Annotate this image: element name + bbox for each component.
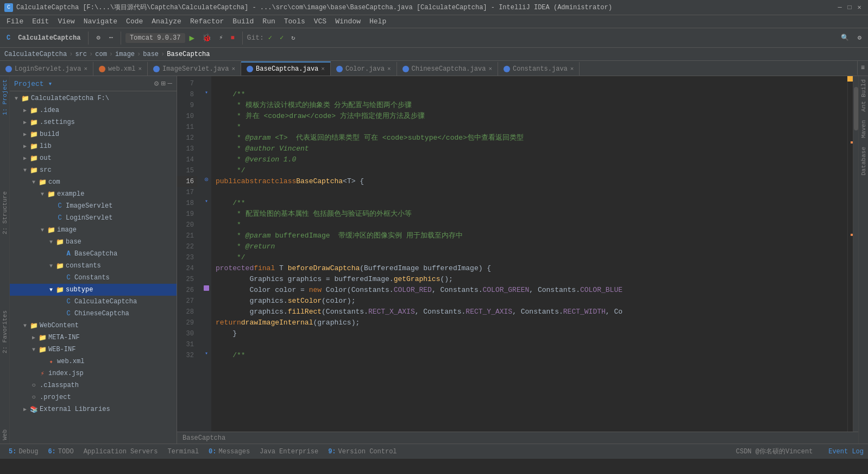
tab-basecaptcha[interactable]: BaseCaptcha.java ×: [241, 61, 331, 76]
gutter-fold-32[interactable]: ▾: [202, 348, 211, 359]
panel-settings-btn[interactable]: ⊞: [161, 79, 165, 88]
menu-build[interactable]: Build: [228, 16, 258, 27]
breadcrumb-item-com[interactable]: com: [95, 51, 107, 58]
tree-arrow-idea[interactable]: [21, 106, 29, 115]
tab-loginservlet[interactable]: LoginServlet.java ×: [0, 61, 93, 76]
menu-help[interactable]: Help: [365, 16, 391, 27]
tree-item-constants[interactable]: C Constants: [10, 272, 177, 284]
sidebar-tab-project[interactable]: 1: Project: [1, 76, 9, 118]
git-refresh[interactable]: ↻: [288, 32, 298, 43]
tree-arrow-web-inf[interactable]: [29, 345, 38, 354]
tree-item-example[interactable]: 📁 example: [10, 188, 177, 200]
close-button[interactable]: ✕: [855, 3, 864, 12]
tree-arrow-image[interactable]: [38, 226, 47, 234]
side-tab-ant-build[interactable]: Ant Build: [859, 76, 868, 115]
tree-item-indexjsp[interactable]: ⚡ index.jsp: [10, 367, 177, 379]
tab-close-imageservlet[interactable]: ×: [231, 66, 235, 72]
tree-item-base[interactable]: 📁 base: [10, 236, 177, 248]
tree-item-classpath[interactable]: ○ .classpath: [10, 379, 177, 391]
toolbar-tomcat-label[interactable]: Tomcat 9.0.37: [125, 33, 185, 43]
sidebar-tab-structure[interactable]: 2: Structure: [1, 188, 9, 238]
git-checkmark-1[interactable]: ✓: [265, 32, 275, 43]
menu-refactor[interactable]: Refactor: [186, 16, 228, 27]
bottom-tab-versioncontrol[interactable]: 9: Version Control: [324, 447, 401, 457]
tree-arrow-webcontent[interactable]: [21, 321, 29, 330]
tree-arrow-out[interactable]: [21, 154, 29, 163]
sidebar-tab-favorites[interactable]: 2: Favorites: [1, 307, 9, 357]
tab-close-colorjava[interactable]: ×: [387, 66, 391, 72]
run-button[interactable]: ▶: [186, 31, 198, 45]
tree-item-web-inf[interactable]: 📁 WEB-INF: [10, 344, 177, 356]
tree-item-calculatecaptcha[interactable]: C CalculateCaptcha: [10, 296, 177, 308]
tree-item-webcontent[interactable]: 📁 WebContent: [10, 320, 177, 332]
tree-item-lib[interactable]: 📁 lib: [10, 140, 177, 152]
bottom-tab-debug[interactable]: 5: Debug: [4, 447, 42, 457]
maximize-button[interactable]: □: [845, 3, 854, 12]
sidebar-tab-web[interactable]: Web: [1, 426, 9, 444]
tree-arrow-subtype[interactable]: [47, 285, 55, 294]
menu-run[interactable]: Run: [258, 16, 279, 27]
menu-window[interactable]: Window: [331, 16, 365, 27]
tree-arrow-lib[interactable]: [21, 142, 29, 151]
side-tab-database[interactable]: Database: [859, 144, 868, 179]
tree-item-com[interactable]: 📁 com: [10, 176, 177, 188]
editor-scrollbar-thumb[interactable]: [854, 87, 858, 130]
editor-scrollbar[interactable]: [853, 76, 858, 432]
tree-item-loginservlet[interactable]: C LoginServlet: [10, 212, 177, 224]
panel-collapse-btn[interactable]: —: [168, 79, 172, 88]
tree-item-chinesecaptcha[interactable]: C ChineseCaptcha: [10, 308, 177, 320]
breadcrumb-item-file[interactable]: BaseCaptcha: [167, 51, 210, 58]
breadcrumb-item-base[interactable]: base: [143, 51, 159, 58]
bottom-tab-appservers[interactable]: Application Servers: [79, 447, 162, 457]
toolbar-search-btn[interactable]: 🔍: [838, 32, 852, 43]
tree-arrow-src[interactable]: [21, 166, 29, 174]
tree-item-basecaptcha[interactable]: A BaseCaptcha: [10, 248, 177, 260]
tree-item-image[interactable]: 📁 image: [10, 224, 177, 236]
tree-item-subtype[interactable]: 📁 subtype: [10, 284, 177, 296]
gutter-fold-8[interactable]: ▾: [202, 87, 211, 98]
toolbar-settings-btn[interactable]: ⚙: [93, 32, 103, 43]
bottom-tab-terminal[interactable]: Terminal: [163, 447, 203, 457]
tree-arrow-base[interactable]: [47, 238, 55, 246]
menu-edit[interactable]: Edit: [28, 16, 53, 27]
menu-vcs[interactable]: VCS: [310, 16, 331, 27]
tab-close-constants[interactable]: ×: [570, 66, 574, 72]
panel-gear-btn[interactable]: ⚙: [154, 79, 159, 88]
tab-constants[interactable]: Constants.java ×: [498, 61, 580, 76]
gutter-16[interactable]: ⊙: [202, 174, 211, 185]
debug-button[interactable]: 🐞: [199, 32, 215, 44]
gutter-fold-18[interactable]: ▾: [202, 196, 211, 207]
tree-item-build[interactable]: 📁 build: [10, 128, 177, 140]
tree-item-root[interactable]: 📁 CalculateCaptcha F:\: [10, 92, 177, 104]
code-editor[interactable]: /** * 模板方法设计模式的抽象类 分为配置与绘图两个步骤 * 并在 <cod…: [211, 76, 847, 432]
tree-arrow-example[interactable]: [38, 190, 47, 198]
tree-arrow-root[interactable]: [12, 94, 21, 103]
tab-webxml[interactable]: web.xml ×: [93, 61, 148, 76]
bottom-tab-todo[interactable]: 6: TODO: [43, 447, 78, 457]
menu-tools[interactable]: Tools: [280, 16, 310, 27]
bottom-tab-javaenterprise[interactable]: Java Enterprise: [255, 447, 323, 457]
tab-imageservlet[interactable]: ImageServlet.java ×: [148, 61, 241, 76]
menu-code[interactable]: Code: [122, 16, 147, 27]
bottom-tab-messages[interactable]: 0: Messages: [204, 447, 254, 457]
tree-arrow-extlibs[interactable]: [21, 405, 29, 414]
tree-item-meta-inf[interactable]: 📁 META-INF: [10, 332, 177, 344]
breadcrumb-item-project[interactable]: CalculateCaptcha: [4, 51, 67, 58]
tree-item-imageservlet[interactable]: C ImageServlet: [10, 200, 177, 212]
tree-item-extlibs[interactable]: 📚 External Libraries: [10, 403, 177, 415]
breadcrumb-item-image[interactable]: image: [115, 51, 135, 58]
tree-arrow-build[interactable]: [21, 130, 29, 139]
tab-close-webxml[interactable]: ×: [138, 66, 142, 72]
minimize-button[interactable]: —: [835, 3, 844, 12]
menu-file[interactable]: File: [2, 16, 28, 27]
tab-close-loginservlet[interactable]: ×: [84, 66, 87, 72]
tree-arrow-constants-folder[interactable]: [47, 261, 55, 270]
breadcrumb-item-src[interactable]: src: [75, 51, 87, 58]
tree-item-out[interactable]: 📁 out: [10, 152, 177, 164]
tab-chinesecaptcha[interactable]: ChineseCaptcha.java ×: [397, 61, 498, 76]
tree-item-constants-folder[interactable]: 📁 constants: [10, 260, 177, 272]
menu-view[interactable]: View: [53, 16, 79, 27]
toolbar-settings2-btn[interactable]: ⚙: [854, 32, 865, 43]
tree-arrow-com[interactable]: [29, 178, 38, 186]
tree-arrow-meta-inf[interactable]: [29, 333, 38, 342]
